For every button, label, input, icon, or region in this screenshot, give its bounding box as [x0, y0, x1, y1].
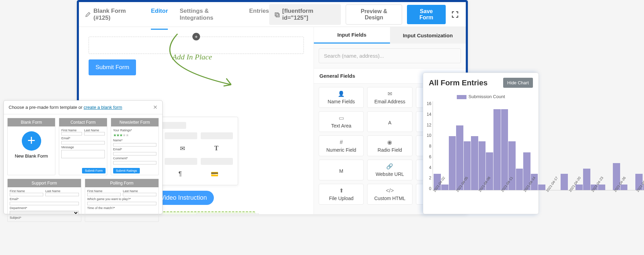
template-title: Support Form — [8, 179, 81, 187]
shortcode-display[interactable]: [fluentform id="125"] — [269, 4, 341, 25]
field-tile-label: Website URL — [375, 171, 404, 177]
chart-y-axis: 1614121086420 — [427, 101, 433, 191]
tab-editor[interactable]: Editor — [151, 0, 168, 30]
template-title: Contact Form — [59, 118, 107, 126]
radio-icon: ◉ — [387, 139, 392, 145]
text-icon: T — [214, 145, 218, 152]
field-tile-radio-field[interactable]: ◉Radio Field — [367, 135, 412, 156]
template-chooser-modal: Choose a pre-made form template or creat… — [3, 100, 163, 214]
chart-bar — [449, 136, 456, 190]
template-prompt: Choose a pre-made form template or creat… — [9, 105, 122, 110]
preview-design-button[interactable]: Preview & Design — [346, 4, 402, 25]
form-title: Blank Form (#125) — [93, 8, 141, 21]
legend-label: Submission Count — [469, 94, 505, 99]
field-tile-label: Text Area — [331, 123, 351, 129]
mail-icon: ✉ — [388, 91, 392, 97]
chart-bar — [493, 109, 501, 190]
svg-rect-0 — [275, 13, 278, 16]
chart-x-axis: 2021-04-022021-04-052021-04-082021-04-11… — [433, 191, 644, 198]
mail-icon: ✉ — [180, 145, 185, 152]
field-tile-label: M — [339, 168, 343, 174]
chart-bar — [501, 109, 508, 190]
template-newsletter-form[interactable]: Newsletter Form Your Ratings* ★★★★★ Name… — [111, 118, 159, 175]
field-tile-a[interactable]: A — [367, 111, 412, 132]
template-title: Newsletter Form — [111, 118, 158, 126]
field-tile-file-upload[interactable]: ⬆File Upload — [319, 184, 364, 205]
save-form-button[interactable]: Save Form — [407, 5, 446, 24]
template-title: Blank Form — [8, 118, 55, 126]
credit-card-icon: 💳 — [211, 170, 218, 178]
user-icon: 👤 — [338, 91, 345, 97]
sidebar-tab-customization[interactable]: Input Customization — [390, 27, 466, 44]
sidebar-tab-input-fields[interactable]: Input Fields — [314, 27, 390, 44]
template-cta: New Blank Form — [8, 153, 55, 162]
drop-zone[interactable]: + — [89, 37, 304, 54]
field-tile-email-address[interactable]: ✉Email Address — [367, 87, 412, 108]
textarea-icon: ▭ — [339, 115, 344, 121]
chart-legend: Submission Count — [427, 94, 535, 99]
field-tile-m[interactable]: M — [319, 160, 364, 180]
field-tile-label: Custom HTML — [374, 196, 405, 201]
field-tile-label: Numeric Field — [326, 147, 356, 153]
hide-chart-button[interactable]: Hide Chart — [503, 78, 533, 88]
paragraph-icon: ¶ — [179, 170, 182, 178]
field-tile-label: Name Fields — [328, 99, 355, 104]
field-tile-label: A — [388, 120, 391, 125]
code-icon: </> — [386, 188, 394, 194]
video-btn-label: Video Instruction — [161, 194, 207, 201]
template-support-form[interactable]: Support Form First NameLast Name Email* … — [7, 179, 81, 222]
create-blank-link[interactable]: create a blank form — [84, 105, 122, 110]
section-label: General Fields — [319, 73, 355, 79]
plus-icon: + — [22, 131, 41, 151]
field-tile-label: File Upload — [329, 196, 354, 201]
link-icon: 🔗 — [386, 163, 393, 170]
entries-chart-panel: All Form Entries Hide Chart Submission C… — [423, 73, 539, 214]
submit-form-button[interactable]: Submit Form — [89, 59, 136, 75]
field-tile-website-url[interactable]: 🔗Website URL — [367, 160, 412, 180]
tab-entries[interactable]: Entries — [249, 0, 269, 30]
tab-settings[interactable]: Settings & Integrations — [180, 0, 237, 30]
field-tile-custom-html[interactable]: </>Custom HTML — [367, 184, 412, 205]
template-title: Polling Form — [85, 179, 158, 187]
field-tile-label: Email Address — [374, 99, 405, 104]
template-submit-btn: Submit Form — [82, 168, 106, 173]
hash-icon: # — [340, 139, 343, 145]
fullscreen-icon[interactable] — [451, 10, 460, 19]
editor-topbar: Blank Form (#125) Editor Settings & Inte… — [79, 2, 466, 27]
search-fields-input[interactable]: Search (name, address)... — [319, 48, 461, 63]
close-icon[interactable]: ✕ — [153, 104, 157, 111]
template-submit-btn: Submit Ratings — [113, 168, 140, 173]
template-polling-form[interactable]: Polling Form First NameLast Name Which g… — [85, 179, 159, 222]
add-field-button[interactable]: + — [192, 33, 200, 40]
star-rating: ★★★★★ — [113, 133, 156, 138]
template-contact-form[interactable]: Contact Form First NameLast Name Email* … — [59, 118, 107, 175]
editor-tabs: Editor Settings & Integrations Entries — [151, 0, 269, 30]
template-blank-form[interactable]: Blank Form + New Blank Form — [7, 118, 55, 175]
field-tile-label: Radio Field — [378, 147, 402, 153]
template-prompt-pre: Choose a pre-made form template or — [9, 105, 84, 110]
field-tile-text-area[interactable]: ▭Text Area — [319, 111, 364, 132]
shortcode-text: [fluentform id="125"] — [282, 8, 336, 21]
entries-title: All Form Entries — [429, 78, 488, 87]
chart-bar — [471, 136, 478, 190]
upload-icon: ⬆ — [339, 187, 344, 194]
field-tile-name-fields[interactable]: 👤Name Fields — [319, 87, 364, 108]
field-tile-numeric-field[interactable]: #Numeric Field — [319, 135, 364, 156]
pencil-icon — [85, 12, 91, 17]
copy-icon — [274, 12, 280, 17]
svg-rect-1 — [276, 14, 279, 17]
grey-placeholder — [197, 214, 259, 214]
